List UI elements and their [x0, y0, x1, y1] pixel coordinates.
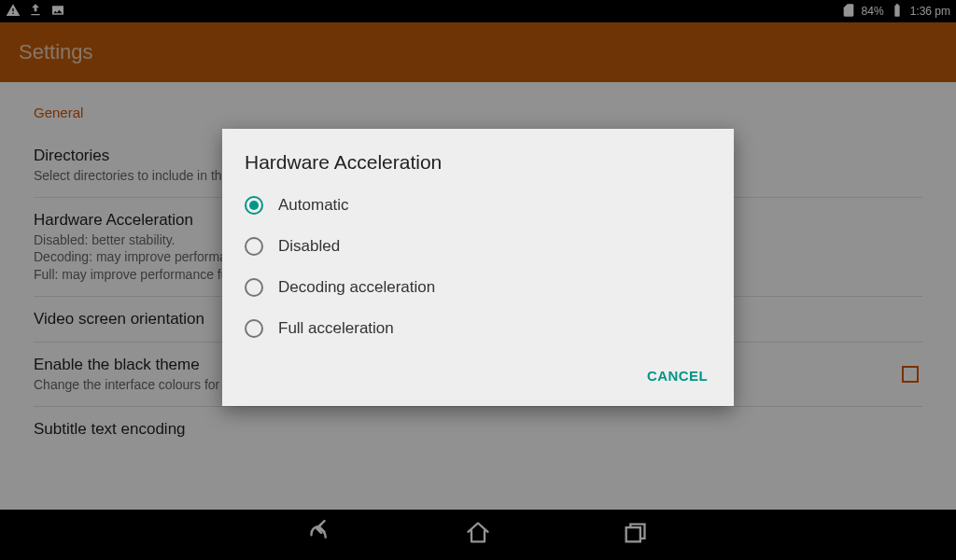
- option-full[interactable]: Full acceleration: [245, 308, 711, 349]
- option-automatic[interactable]: Automatic: [245, 185, 711, 226]
- radio-decoding[interactable]: [245, 278, 263, 297]
- option-decoding-label: Decoding acceleration: [278, 278, 435, 297]
- radio-automatic[interactable]: [245, 196, 263, 215]
- option-automatic-label: Automatic: [278, 196, 349, 215]
- option-decoding[interactable]: Decoding acceleration: [245, 267, 711, 308]
- hwaccel-dialog: Hardware Acceleration Automatic Disabled…: [222, 129, 734, 406]
- dialog-title: Hardware Acceleration: [222, 151, 734, 185]
- cancel-button[interactable]: CANCEL: [638, 360, 717, 391]
- option-disabled-label: Disabled: [278, 237, 340, 256]
- option-full-label: Full acceleration: [278, 319, 394, 338]
- radio-full[interactable]: [245, 319, 263, 338]
- radio-disabled[interactable]: [245, 237, 263, 256]
- option-disabled[interactable]: Disabled: [245, 226, 711, 267]
